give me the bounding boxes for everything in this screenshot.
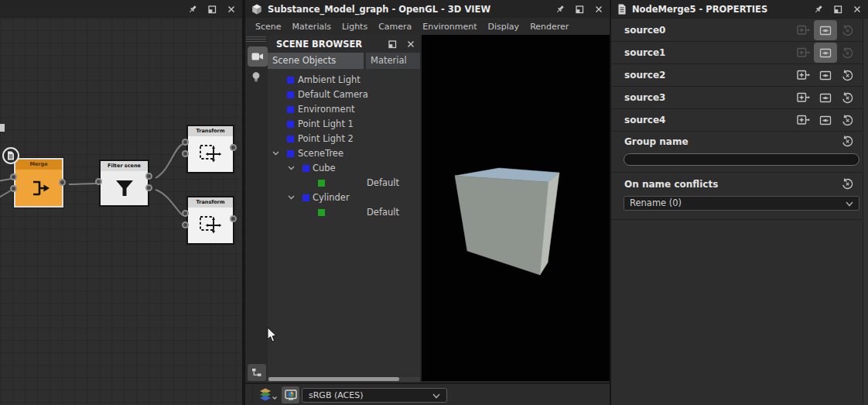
colorspace-value: sRGB (ACES)	[309, 390, 363, 400]
reset-icon[interactable]	[841, 24, 854, 37]
filter-output-port-2[interactable]	[145, 184, 152, 191]
transform-node-2[interactable]: Transform	[186, 196, 234, 245]
filter-output-port-1[interactable]	[145, 173, 152, 180]
object-icon	[302, 165, 309, 172]
preview-toggle-button[interactable]	[814, 65, 837, 85]
tree-item-scenetree[interactable]: SceneTree	[268, 146, 420, 161]
merge-input-port-1[interactable]	[10, 173, 17, 180]
tree-item-cylinder[interactable]: Cylinder	[268, 190, 420, 205]
tree-icon	[251, 368, 262, 377]
lightbulb-icon[interactable]	[251, 71, 261, 84]
filter-scene-node[interactable]: Filter scene	[99, 160, 149, 207]
menu-materials[interactable]: Materials	[287, 22, 337, 32]
preview-icon	[819, 46, 832, 60]
preview-toggle-button[interactable]	[814, 43, 837, 63]
camera-view-button[interactable]	[248, 46, 268, 67]
node-graph-canvas[interactable]: Merge Filter scene Transform Transform	[0, 18, 242, 405]
filter-input-port[interactable]	[95, 178, 102, 185]
float-icon[interactable]	[207, 5, 217, 14]
tree-item-point-light-1[interactable]: Point Light 1	[268, 117, 420, 132]
transform1-output-port[interactable]	[230, 144, 237, 151]
tab-material[interactable]: Material	[366, 53, 420, 69]
merge-output-port[interactable]	[59, 179, 66, 186]
connect-input-icon[interactable]	[797, 24, 810, 37]
merge-node[interactable]: Merge	[14, 158, 63, 208]
transform1-input-port-1[interactable]	[182, 139, 189, 146]
3d-view-panel: Substance_Model_graph - OpenGL - 3D VIEW…	[245, 0, 610, 405]
scene-browser-title: SCENE BROWSER	[268, 39, 362, 50]
close-icon[interactable]	[227, 5, 236, 14]
pin-icon[interactable]	[814, 5, 823, 14]
connect-input-icon[interactable]	[797, 69, 810, 82]
scrollbar-thumb[interactable]	[268, 377, 399, 381]
3d-viewport[interactable]	[422, 35, 610, 381]
object-icon	[287, 136, 294, 142]
tab-scene-objects[interactable]: Scene Objects	[268, 53, 364, 69]
scene-browser: SCENE BROWSER Scene Objects Material Amb…	[268, 35, 420, 383]
tree-item-ambient-light[interactable]: Ambient Light	[268, 73, 420, 88]
3d-view-titlebar: Substance_Model_graph - OpenGL - 3D VIEW	[245, 0, 610, 18]
tree-item-point-light-2[interactable]: Point Light 2	[268, 132, 420, 146]
viewport-bottom-bar: sRGB (ACES)	[245, 383, 610, 405]
preview-toggle-button[interactable]	[814, 110, 837, 130]
group-name-reset[interactable]	[841, 135, 854, 151]
float-icon[interactable]	[388, 39, 397, 49]
divider	[611, 219, 863, 220]
reset-icon	[841, 177, 854, 190]
reset-icon[interactable]	[841, 46, 854, 60]
filter-icon	[114, 179, 135, 197]
float-icon[interactable]	[575, 5, 584, 14]
close-icon[interactable]	[406, 39, 415, 49]
group-name-input[interactable]	[624, 153, 859, 166]
menu-renderer[interactable]: Renderer	[525, 22, 574, 32]
transform1-input-port-2[interactable]	[182, 150, 189, 157]
3d-view-menubar: Scene Materials Lights Camera Environmen…	[245, 18, 610, 35]
menu-scene[interactable]: Scene	[250, 22, 287, 32]
pin-icon[interactable]	[188, 5, 197, 14]
on-name-conflicts-select[interactable]: Rename (0)	[624, 196, 859, 211]
scene-tree-button[interactable]	[248, 364, 266, 381]
source2-label: source2	[624, 64, 665, 86]
transform2-output-port[interactable]	[230, 215, 237, 222]
merge-input-port-2[interactable]	[10, 185, 17, 192]
menu-display[interactable]: Display	[483, 22, 525, 32]
drag-grip[interactable]	[246, 36, 266, 43]
menu-environment[interactable]: Environment	[417, 22, 482, 32]
chevron-down-icon[interactable]	[288, 195, 295, 200]
close-icon[interactable]	[594, 5, 603, 14]
menu-lights[interactable]: Lights	[337, 22, 373, 32]
reset-icon[interactable]	[841, 114, 854, 127]
3d-view-title: Substance_Model_graph - OpenGL - 3D VIEW	[268, 4, 490, 15]
reset-icon[interactable]	[841, 91, 854, 105]
source0-label: source0	[624, 19, 665, 41]
cube-mesh	[422, 35, 610, 381]
transform-icon	[199, 215, 222, 235]
pin-icon[interactable]	[555, 5, 565, 14]
tree-item-default-camera[interactable]: Default Camera	[268, 88, 420, 102]
preview-toggle-button[interactable]	[814, 20, 837, 40]
connect-input-icon[interactable]	[797, 114, 810, 127]
transform2-input-port-1[interactable]	[182, 210, 189, 217]
camera-icon	[251, 52, 264, 61]
display-settings-button[interactable]	[282, 386, 299, 403]
float-icon[interactable]	[833, 5, 842, 14]
layers-icon[interactable]	[258, 388, 279, 402]
tree-item-cylinder-material[interactable]: Default	[268, 205, 420, 220]
tree-item-environment[interactable]: Environment	[268, 102, 420, 117]
tree-item-cube-material[interactable]: Default	[268, 176, 420, 190]
close-icon[interactable]	[853, 5, 862, 14]
reset-icon[interactable]	[841, 69, 854, 82]
connect-input-icon[interactable]	[797, 46, 810, 60]
chevron-down-icon[interactable]	[288, 166, 295, 170]
tree-item-cube[interactable]: Cube	[268, 161, 420, 176]
on-name-conflicts-reset[interactable]	[841, 177, 854, 194]
preview-toggle-button[interactable]	[814, 88, 837, 108]
horizontal-scrollbar[interactable]	[268, 377, 420, 382]
transform2-input-port-2[interactable]	[182, 221, 189, 228]
connect-input-icon[interactable]	[797, 91, 810, 105]
transform-node-1[interactable]: Transform	[186, 125, 234, 173]
merge-icon	[27, 178, 50, 198]
menu-camera[interactable]: Camera	[373, 22, 417, 32]
colorspace-select[interactable]: sRGB (ACES)	[302, 388, 447, 403]
chevron-down-icon[interactable]	[272, 151, 279, 156]
